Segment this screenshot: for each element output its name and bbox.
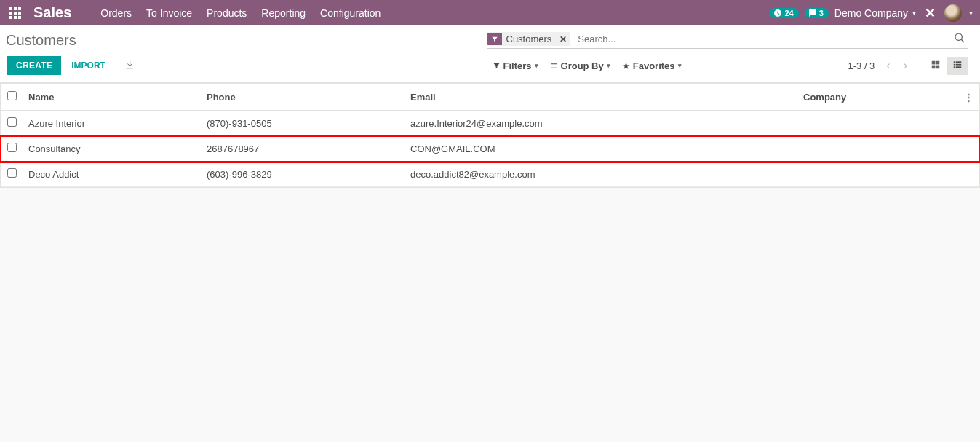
cell-phone: 2687678967 [201, 136, 405, 162]
groupby-button[interactable]: Group By ▾ [546, 58, 615, 74]
kanban-view-button[interactable] [925, 57, 947, 75]
table-row[interactable]: Azure Interior(870)-931-0505azure.Interi… [1, 111, 979, 136]
filters-button[interactable]: Filters ▾ [488, 58, 543, 74]
groupby-label: Group By [561, 60, 604, 71]
svg-rect-13 [932, 65, 936, 68]
caret-down-icon: ▾ [678, 62, 682, 69]
cp-left: CREATE IMPORT [7, 56, 488, 75]
svg-rect-15 [954, 61, 955, 63]
user-caret-icon: ▾ [969, 9, 973, 17]
table-row[interactable]: Deco Addict(603)-996-3829deco.addict82@e… [1, 162, 979, 187]
svg-line-10 [961, 39, 964, 42]
activity-badge[interactable]: 24 [770, 8, 798, 18]
cp-right: Filters ▾ Group By ▾ Favorites ▾ 1-3 / 3… [488, 57, 969, 75]
search-facet: Customers ✕ [487, 32, 571, 46]
header-name[interactable]: Name [23, 84, 201, 111]
cell-email: deco.addict82@example.com [405, 162, 797, 187]
messages-count: 3 [819, 9, 824, 17]
row-select-cell [1, 111, 23, 136]
nav-configuration[interactable]: Configuration [313, 1, 388, 25]
cell-name: Azure Interior [23, 111, 201, 136]
close-icon[interactable]: ✕ [922, 5, 939, 21]
cell-company [797, 162, 958, 187]
customers-table: Name Phone Email Company ⋮ Azure Interio… [0, 83, 980, 188]
search-icon[interactable] [951, 32, 968, 46]
svg-rect-7 [14, 16, 17, 19]
cell-phone: (870)-931-0505 [201, 111, 405, 136]
list-view-button[interactable] [947, 57, 968, 75]
svg-rect-2 [18, 7, 21, 10]
header-email[interactable]: Email [405, 84, 797, 111]
create-button[interactable]: CREATE [7, 56, 61, 75]
download-icon[interactable] [124, 60, 135, 72]
company-name: Demo Company [834, 7, 908, 19]
filters-label: Filters [503, 60, 532, 71]
pager-prev[interactable]: ‹ [882, 58, 894, 74]
topbar-right: 24 3 Demo Company ▾ ✕ ▾ [770, 4, 973, 22]
cell-company [797, 136, 958, 162]
header-company[interactable]: Company [797, 84, 958, 111]
cp-top: Customers Customers ✕ [0, 25, 980, 52]
svg-rect-8 [18, 16, 21, 19]
row-select-cell [1, 162, 23, 187]
svg-rect-19 [954, 66, 955, 68]
svg-rect-14 [936, 65, 940, 68]
cell-options [958, 162, 979, 187]
apps-icon[interactable] [4, 7, 26, 19]
table-row[interactable]: Consultancy2687678967CON@GMAIL.COM [1, 136, 979, 162]
table-header-row: Name Phone Email Company ⋮ [1, 84, 979, 111]
search-input[interactable] [573, 31, 951, 47]
header-phone[interactable]: Phone [201, 84, 405, 111]
cell-phone: (603)-996-3829 [201, 162, 405, 187]
caret-down-icon: ▾ [912, 9, 916, 17]
import-button[interactable]: IMPORT [68, 56, 108, 75]
svg-rect-12 [936, 60, 940, 64]
svg-rect-1 [14, 7, 17, 10]
facet-remove[interactable]: ✕ [556, 34, 570, 44]
cell-company [797, 111, 958, 136]
row-select-cell [1, 136, 23, 162]
cell-email: CON@GMAIL.COM [405, 136, 797, 162]
nav-orders[interactable]: Orders [93, 1, 139, 25]
row-checkbox[interactable] [7, 143, 17, 152]
cell-name: Deco Addict [23, 162, 201, 187]
control-panel: Customers Customers ✕ CREATE IMPORT [0, 25, 980, 83]
app-brand[interactable]: Sales [33, 4, 71, 21]
nav-to-invoice[interactable]: To Invoice [139, 1, 199, 25]
row-checkbox[interactable] [7, 117, 17, 127]
cell-options [958, 111, 979, 136]
nav-products[interactable]: Products [199, 1, 254, 25]
company-menu[interactable]: Demo Company ▾ [834, 7, 916, 19]
svg-rect-3 [9, 12, 12, 15]
select-all-header [1, 84, 23, 111]
svg-rect-18 [956, 63, 962, 65]
funnel-icon [487, 33, 502, 45]
svg-rect-11 [932, 60, 936, 64]
facet-label: Customers [502, 32, 557, 46]
header-options[interactable]: ⋮ [958, 84, 979, 111]
svg-rect-16 [956, 61, 962, 63]
pager-next[interactable]: › [899, 58, 912, 74]
page-title: Customers [6, 32, 487, 49]
view-switch [925, 57, 968, 75]
select-all-checkbox[interactable] [7, 91, 17, 100]
messages-badge[interactable]: 3 [805, 8, 829, 18]
svg-point-9 [955, 33, 962, 40]
caret-down-icon: ▾ [535, 62, 538, 69]
row-checkbox[interactable] [7, 168, 17, 178]
cp-bottom: CREATE IMPORT Filters ▾ Group By ▾ [0, 52, 980, 82]
svg-rect-4 [14, 12, 17, 15]
activity-count: 24 [784, 9, 793, 17]
pager-text: 1-3 / 3 [848, 60, 875, 71]
nav-reporting[interactable]: Reporting [254, 1, 313, 25]
svg-rect-20 [956, 66, 962, 68]
avatar[interactable] [944, 4, 962, 22]
svg-rect-17 [954, 63, 955, 65]
svg-rect-6 [9, 16, 12, 19]
favorites-button[interactable]: Favorites ▾ [618, 58, 686, 74]
topbar: Sales Orders To Invoice Products Reporti… [0, 0, 980, 25]
nav-links: Orders To Invoice Products Reporting Con… [93, 1, 388, 25]
favorites-label: Favorites [633, 60, 675, 71]
caret-down-icon: ▾ [607, 62, 610, 69]
cell-name: Consultancy [23, 136, 201, 162]
